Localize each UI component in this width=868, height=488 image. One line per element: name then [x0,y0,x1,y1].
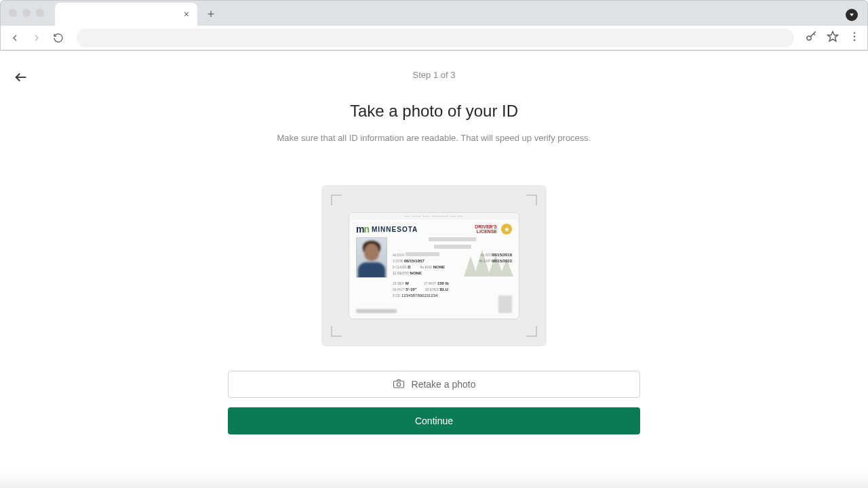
id-portrait-photo [356,237,387,278]
page-title: Take a photo of your ID [227,102,641,121]
browser-tab[interactable]: × [55,3,197,26]
window-minimize-icon[interactable] [22,9,31,17]
page-subtitle: Make sure that all ID information are re… [227,133,641,143]
real-id-star-icon: ★ [501,224,512,235]
continue-label: Continue [415,415,453,426]
page-back-button[interactable] [14,70,28,87]
key-icon[interactable] [805,30,817,45]
frame-corner-icon [526,195,537,205]
camera-icon [393,378,405,391]
id-fields: 4d DLN 4a ISS 08/15/2018 3 DOB 08/15/195… [393,237,512,299]
captured-id-image: ••• ••••• •••• ••••••••• ••• ••• mn MINN… [349,212,519,319]
page-content: Step 1 of 3 Take a photo of your ID Make… [0,51,868,488]
frame-corner-icon [331,195,342,205]
svg-rect-10 [393,381,403,388]
window-controls [9,9,44,17]
window-close-icon[interactable] [9,9,17,17]
tab-close-icon[interactable]: × [184,9,189,20]
continue-button[interactable]: Continue [228,407,640,434]
browser-toolbar [1,26,867,50]
bottom-shadow [0,470,868,488]
menu-dots-icon[interactable] [848,30,861,45]
id-capture-frame: ••• ••••• •••• ••••••••• ••• ••• mn MINN… [321,185,547,346]
retake-photo-label: Retake a photo [412,379,476,390]
id-top-strip: ••• ••••• •••• ••••••••• ••• ••• [349,213,519,220]
svg-point-3 [854,35,855,37]
tab-strip: × + [1,1,867,26]
id-state-name: MINNESOTA [372,226,418,233]
id-signature [356,309,397,316]
svg-point-4 [854,39,855,41]
bookmark-star-icon[interactable] [827,30,839,45]
svg-marker-1 [828,31,838,41]
nav-reload-button[interactable] [51,30,66,45]
address-bar[interactable] [77,28,794,47]
step-indicator: Step 1 of 3 [227,70,641,80]
frame-corner-icon [331,326,342,337]
nav-forward-button[interactable] [29,30,44,45]
browser-chrome: × + [0,0,868,51]
retake-photo-button[interactable]: Retake a photo [228,371,640,398]
id-license-type: DRIVER'S LICENSE [475,224,497,234]
profile-badge[interactable] [846,9,858,21]
new-tab-button[interactable]: + [201,5,220,24]
svg-point-2 [854,32,855,33]
nav-back-button[interactable] [7,30,22,45]
svg-point-11 [397,382,400,386]
frame-corner-icon [526,326,537,337]
state-logo-icon: mn [356,224,369,235]
plus-icon: + [208,7,215,22]
window-maximize-icon[interactable] [36,9,44,17]
